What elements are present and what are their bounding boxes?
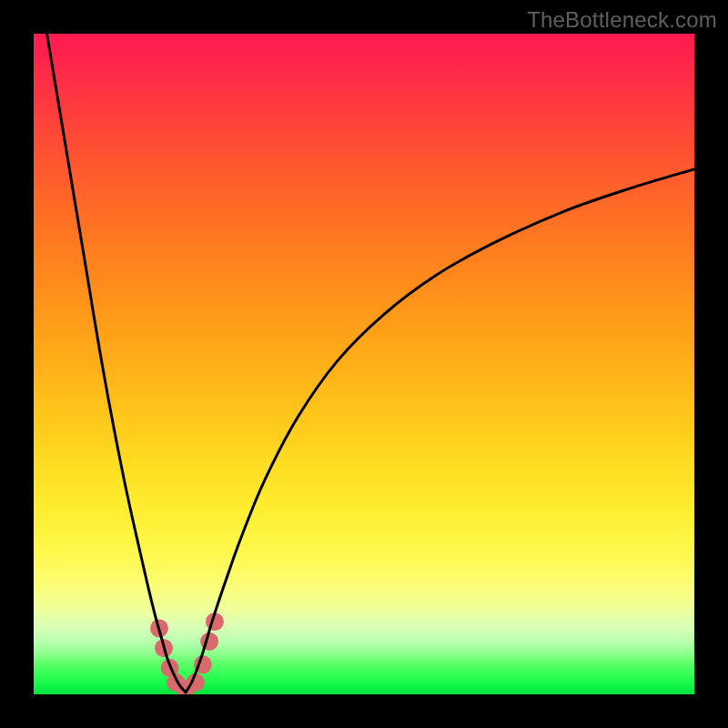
curve-left-branch	[47, 34, 186, 693]
markers-group	[150, 612, 224, 694]
plot-area	[34, 34, 694, 694]
chart-frame: TheBottleneck.com	[0, 0, 728, 728]
curves-group	[47, 34, 694, 693]
chart-svg	[34, 34, 694, 694]
watermark-text: TheBottleneck.com	[527, 7, 717, 33]
curve-right-branch	[186, 169, 694, 693]
